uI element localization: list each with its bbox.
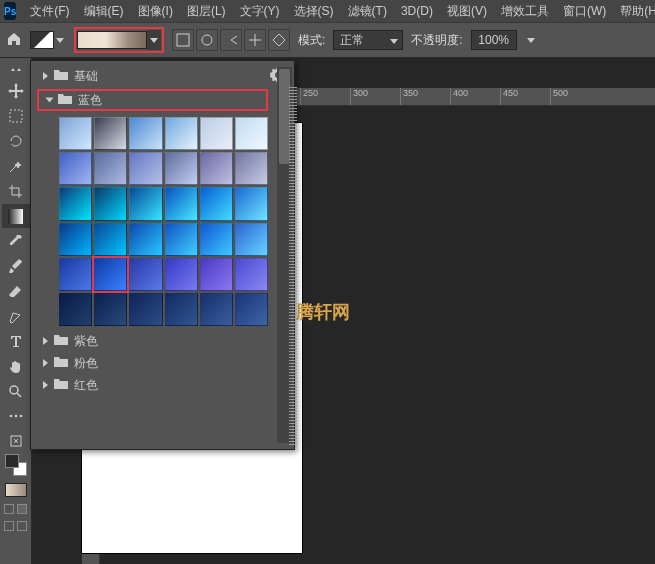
gradient-swatch[interactable] bbox=[200, 223, 233, 256]
wand-tool[interactable] bbox=[2, 154, 30, 178]
screen-mode-toggle[interactable] bbox=[4, 521, 27, 531]
gradient-swatch[interactable] bbox=[235, 223, 268, 256]
svg-point-7 bbox=[19, 415, 22, 418]
gradient-swatch[interactable] bbox=[235, 152, 268, 185]
gradient-swatch[interactable] bbox=[59, 152, 92, 185]
gradient-swatch[interactable] bbox=[129, 117, 162, 150]
gradient-swatch-grid bbox=[35, 113, 272, 330]
crop-tool[interactable] bbox=[2, 179, 30, 203]
gradient-swatch[interactable] bbox=[200, 117, 233, 150]
gradient-swatch[interactable] bbox=[165, 258, 198, 291]
brush-tool[interactable] bbox=[2, 254, 30, 278]
edit-toolbar-icon[interactable] bbox=[2, 429, 30, 453]
gradient-swatch[interactable] bbox=[235, 117, 268, 150]
blend-mode-select[interactable]: 正常 bbox=[333, 30, 403, 50]
gradient-swatch[interactable] bbox=[94, 293, 127, 326]
menu-plugins[interactable]: 增效工具 bbox=[495, 1, 555, 22]
gradient-swatch[interactable] bbox=[165, 293, 198, 326]
gradient-swatch[interactable] bbox=[165, 187, 198, 220]
svg-point-6 bbox=[14, 415, 17, 418]
gradient-swatch[interactable] bbox=[129, 223, 162, 256]
gradient-swatch[interactable] bbox=[59, 258, 92, 291]
gradient-swatch[interactable] bbox=[94, 117, 127, 150]
menu-select[interactable]: 选择(S) bbox=[288, 1, 340, 22]
options-bar: 模式: 正常 不透明度: 100% bbox=[0, 22, 655, 58]
folder-pink[interactable]: 粉色 bbox=[35, 352, 272, 374]
home-icon[interactable] bbox=[6, 31, 22, 50]
folder-icon bbox=[54, 69, 68, 83]
svg-point-5 bbox=[9, 415, 12, 418]
gradient-swatch[interactable] bbox=[129, 187, 162, 220]
chevron-down-icon[interactable] bbox=[525, 31, 537, 49]
svg-rect-2 bbox=[10, 110, 22, 122]
hand-tool[interactable] bbox=[2, 354, 30, 378]
gradient-swatch[interactable] bbox=[165, 152, 198, 185]
eyedropper-tool[interactable] bbox=[2, 229, 30, 253]
gradient-swatch[interactable] bbox=[59, 187, 92, 220]
gradient-swatch[interactable] bbox=[94, 223, 127, 256]
folder-icon bbox=[54, 356, 68, 370]
gradient-swatch[interactable] bbox=[59, 117, 92, 150]
menu-3d[interactable]: 3D(D) bbox=[395, 2, 439, 20]
pen-tool[interactable] bbox=[2, 304, 30, 328]
gradient-swatch[interactable] bbox=[200, 258, 233, 291]
folder-icon bbox=[54, 334, 68, 348]
opacity-input[interactable]: 100% bbox=[471, 30, 517, 50]
gradient-swatch[interactable] bbox=[165, 223, 198, 256]
gradient-swatch[interactable] bbox=[235, 258, 268, 291]
menu-type[interactable]: 文字(Y) bbox=[234, 1, 286, 22]
gradient-swatch[interactable] bbox=[129, 152, 162, 185]
diamond-gradient-icon[interactable] bbox=[268, 29, 290, 51]
chevron-down-icon bbox=[54, 31, 66, 49]
angle-gradient-icon[interactable] bbox=[220, 29, 242, 51]
gradient-swatch[interactable] bbox=[235, 187, 268, 220]
more-tools[interactable] bbox=[2, 404, 30, 428]
lasso-tool[interactable] bbox=[2, 129, 30, 153]
type-tool[interactable] bbox=[2, 329, 30, 353]
mask-mode-toggle[interactable] bbox=[4, 504, 27, 514]
gradient-swatch[interactable] bbox=[200, 187, 233, 220]
gradient-swatch[interactable] bbox=[200, 293, 233, 326]
gradient-swatch[interactable] bbox=[235, 293, 268, 326]
collapse-icon[interactable] bbox=[2, 62, 30, 74]
color-swatch[interactable] bbox=[5, 454, 27, 476]
reflected-gradient-icon[interactable] bbox=[244, 29, 266, 51]
gradient-thumb[interactable] bbox=[5, 483, 27, 497]
gradient-swatch[interactable] bbox=[129, 293, 162, 326]
menu-layer[interactable]: 图层(L) bbox=[181, 1, 232, 22]
gradient-swatch[interactable] bbox=[200, 152, 233, 185]
menu-image[interactable]: 图像(I) bbox=[132, 1, 179, 22]
folder-purple[interactable]: 紫色 bbox=[35, 330, 272, 352]
gradient-swatch[interactable] bbox=[94, 258, 127, 291]
folder-blue[interactable]: 蓝色 bbox=[37, 89, 268, 111]
gradient-tool[interactable] bbox=[2, 204, 30, 228]
opacity-value: 100% bbox=[478, 33, 509, 47]
folder-red[interactable]: 红色 bbox=[35, 374, 272, 396]
menu-file[interactable]: 文件(F) bbox=[24, 1, 75, 22]
gradient-swatch[interactable] bbox=[94, 152, 127, 185]
foreground-swatch-dropdown[interactable] bbox=[30, 31, 66, 49]
radial-gradient-icon[interactable] bbox=[196, 29, 218, 51]
folder-basic[interactable]: 基础 bbox=[35, 65, 272, 87]
menu-edit[interactable]: 编辑(E) bbox=[78, 1, 130, 22]
gradient-tree: 基础 蓝色 紫色 粉色 红色 bbox=[35, 65, 272, 445]
move-tool[interactable] bbox=[2, 79, 30, 103]
caret-right-icon bbox=[43, 337, 48, 345]
eraser-tool[interactable] bbox=[2, 279, 30, 303]
svg-rect-0 bbox=[177, 34, 189, 46]
marquee-tool[interactable] bbox=[2, 104, 30, 128]
gradient-swatch[interactable] bbox=[59, 293, 92, 326]
menu-filter[interactable]: 滤镜(T) bbox=[342, 1, 393, 22]
gradient-swatch[interactable] bbox=[165, 117, 198, 150]
gradient-swatch[interactable] bbox=[94, 187, 127, 220]
gradient-swatch[interactable] bbox=[129, 258, 162, 291]
gradient-preview-dropdown[interactable] bbox=[74, 27, 164, 53]
gradient-swatch[interactable] bbox=[59, 223, 92, 256]
menu-view[interactable]: 视图(V) bbox=[441, 1, 493, 22]
linear-gradient-icon[interactable] bbox=[172, 29, 194, 51]
svg-rect-3 bbox=[8, 209, 23, 224]
resize-grip[interactable] bbox=[289, 85, 297, 445]
menu-help[interactable]: 帮助(H) bbox=[614, 1, 655, 22]
menu-window[interactable]: 窗口(W) bbox=[557, 1, 612, 22]
zoom-tool[interactable] bbox=[2, 379, 30, 403]
